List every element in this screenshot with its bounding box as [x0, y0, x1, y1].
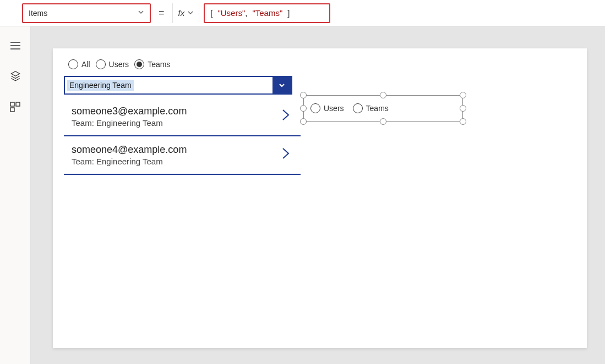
- resize-handle[interactable]: [380, 118, 386, 125]
- list-item-title: someone3@example.com: [72, 106, 187, 117]
- resize-handle[interactable]: [380, 92, 386, 98]
- formula-input[interactable]: [ "Users" , "Teams" ]: [204, 3, 330, 23]
- fx-button[interactable]: fx: [172, 3, 200, 23]
- hamburger-icon[interactable]: [9, 40, 21, 52]
- chevron-down-icon: [272, 77, 291, 93]
- radio-group-filter: All Users Teams: [68, 59, 576, 69]
- svg-rect-2: [10, 108, 14, 112]
- radio-circle-icon: [96, 59, 106, 69]
- resize-handle[interactable]: [300, 92, 307, 98]
- svg-rect-0: [10, 102, 14, 106]
- radio-label: Teams: [148, 60, 170, 69]
- radio-circle-icon: [353, 103, 363, 113]
- list-item[interactable]: someone4@example.com Team: Engineering T…: [64, 136, 301, 175]
- resize-handle[interactable]: [300, 118, 307, 125]
- radio-option-teams[interactable]: Teams: [134, 59, 170, 69]
- resize-handle[interactable]: [300, 105, 307, 112]
- main-area: All Users Teams Engineering Team: [0, 26, 605, 364]
- resize-handle[interactable]: [460, 92, 466, 98]
- radio-circle-icon: [134, 59, 144, 69]
- radio-circle-icon: [68, 59, 78, 69]
- radio-option-teams[interactable]: Teams: [353, 103, 389, 113]
- radio-label: All: [81, 60, 90, 69]
- formula-token-comma: ,: [245, 8, 247, 18]
- list-item-info: someone4@example.com Team: Engineering T…: [72, 144, 187, 166]
- formula-token-bracket: [: [210, 8, 212, 18]
- radio-group-items: Users Teams: [303, 95, 463, 122]
- radio-option-all[interactable]: All: [68, 59, 90, 69]
- formula-token-bracket: ]: [287, 8, 290, 18]
- left-rail: [0, 26, 31, 364]
- chevron-right-icon[interactable]: [281, 108, 291, 125]
- list-item-subtitle: Team: Engineering Team: [72, 118, 187, 128]
- resize-handle[interactable]: [460, 118, 466, 125]
- radio-label: Teams: [366, 104, 389, 113]
- fx-label: fx: [178, 8, 185, 18]
- list-item-subtitle: Team: Engineering Team: [72, 157, 187, 166]
- canvas[interactable]: All Users Teams Engineering Team: [53, 48, 587, 348]
- chevron-down-icon: [138, 9, 144, 17]
- property-dropdown-label: Items: [29, 9, 47, 18]
- list-item-title: someone4@example.com: [72, 144, 187, 156]
- radio-option-users[interactable]: Users: [310, 103, 344, 113]
- formula-bar: Items = fx [ "Users" , "Teams" ]: [0, 0, 605, 26]
- equals-label: =: [159, 7, 165, 19]
- list-item[interactable]: someone3@example.com Team: Engineering T…: [64, 98, 301, 136]
- team-combobox[interactable]: Engineering Team: [64, 76, 292, 95]
- people-gallery: someone3@example.com Team: Engineering T…: [64, 98, 301, 175]
- radio-circle-icon: [310, 103, 320, 113]
- layers-icon[interactable]: [9, 70, 21, 82]
- radio-option-users[interactable]: Users: [96, 59, 129, 69]
- property-dropdown[interactable]: Items: [22, 3, 151, 23]
- components-icon[interactable]: [9, 101, 21, 113]
- radio-label: Users: [109, 60, 129, 69]
- list-item-info: someone3@example.com Team: Engineering T…: [72, 106, 187, 128]
- chevron-down-icon: [188, 10, 193, 16]
- radio-label: Users: [324, 104, 344, 113]
- canvas-background: All Users Teams Engineering Team: [31, 26, 605, 364]
- combobox-value: Engineering Team: [67, 80, 134, 91]
- formula-token-string: "Users": [217, 8, 245, 18]
- selected-radio-control[interactable]: Users Teams: [303, 95, 463, 122]
- formula-token-string: "Teams": [252, 8, 282, 18]
- resize-handle[interactable]: [460, 105, 466, 112]
- chevron-right-icon[interactable]: [281, 146, 291, 164]
- svg-rect-1: [16, 102, 20, 106]
